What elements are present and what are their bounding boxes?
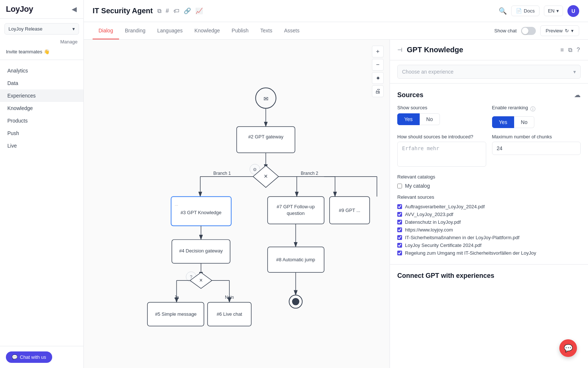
- svg-text:#9 GPT ...: #9 GPT ...: [339, 208, 360, 213]
- source-checkbox-4[interactable]: [397, 235, 402, 240]
- info-icon[interactable]: ⓘ: [530, 106, 535, 113]
- cloud-icon[interactable]: ☁: [574, 91, 581, 99]
- sidebar-item-push[interactable]: Push: [0, 127, 83, 139]
- tab-languages[interactable]: Languages: [151, 22, 189, 39]
- workspace-selector[interactable]: LoyJoy Release ▾: [4, 23, 79, 35]
- user-avatar[interactable]: U: [567, 5, 579, 17]
- chevron-down-icon: ▾: [573, 69, 576, 75]
- sources-section: Sources ☁ Show sources Yes No Enable rer…: [390, 84, 588, 265]
- tabbar-right: Show chat Preview ↻ ▾: [494, 25, 579, 36]
- svg-text:#8 Automatic jump: #8 Automatic jump: [276, 257, 315, 262]
- source-checkbox-3[interactable]: [397, 227, 402, 232]
- panel-filter-button[interactable]: ≡: [560, 46, 564, 54]
- right-panel: ⊣ GPT Knowledge ≡ ⧉ ? Choose an experien…: [390, 40, 588, 368]
- max-chunks-input[interactable]: [492, 142, 581, 155]
- panel-header-left: ⊣ GPT Knowledge: [397, 46, 463, 54]
- link-icon[interactable]: 🔗: [183, 7, 192, 15]
- svg-text:Branch 1: Branch 1: [214, 171, 231, 176]
- intro-textarea[interactable]: [397, 142, 486, 167]
- source-checkbox-0[interactable]: [397, 204, 402, 209]
- svg-text:Nein: Nein: [225, 295, 234, 300]
- my-catalog-item: My catalog: [397, 182, 581, 190]
- enable-reranking-yes-button[interactable]: Yes: [492, 116, 514, 128]
- panel-help-button[interactable]: ?: [576, 46, 581, 54]
- source-checkbox-2[interactable]: [397, 220, 402, 224]
- source-checkbox-5[interactable]: [397, 243, 402, 248]
- sidebar-item-data[interactable]: Data: [0, 77, 83, 89]
- topbar: IT Security Agent ⧉ # 🏷 🔗 📈 🔍 📄 Docs EN …: [84, 0, 588, 22]
- connect-gpt-title: Connect GPT with experiences: [397, 272, 494, 279]
- sidebar-item-experiences[interactable]: Experiences: [0, 89, 83, 102]
- chevron-down-icon: ▾: [556, 8, 559, 14]
- topbar-left: IT Security Agent ⧉ # 🏷 🔗 📈: [93, 7, 204, 15]
- language-selector[interactable]: EN ▾: [544, 6, 563, 16]
- show-sources-yes-button[interactable]: Yes: [397, 113, 420, 125]
- panel-collapse-button[interactable]: ⊣: [397, 46, 402, 53]
- panel-title: GPT Knowledge: [407, 46, 463, 54]
- zoom-in-button[interactable]: +: [372, 46, 384, 57]
- show-sources-no-button[interactable]: No: [420, 113, 440, 125]
- show-chat-toggle[interactable]: [521, 27, 536, 35]
- search-button[interactable]: 🔍: [499, 7, 507, 15]
- relevant-sources-title: Relevant sources: [397, 194, 581, 200]
- enable-reranking-toggle: Yes No: [492, 116, 581, 128]
- tab-dialog[interactable]: Dialog: [93, 22, 119, 39]
- docs-button[interactable]: 📄 Docs: [511, 6, 539, 16]
- chat-fab-button[interactable]: 💬: [559, 339, 577, 357]
- copy-icon[interactable]: ⧉: [157, 7, 162, 15]
- sources-title: Sources: [397, 91, 423, 99]
- sidebar-footer: 💬 Chat with us: [0, 346, 83, 368]
- sidebar-item-knowledge[interactable]: Knowledge: [0, 102, 83, 114]
- sidebar-item-products[interactable]: Products: [0, 114, 83, 127]
- zoom-out-button[interactable]: −: [372, 59, 384, 71]
- preview-button[interactable]: Preview ↻ ▾: [540, 25, 579, 36]
- canvas-controls: + − ✦ 🖨: [372, 46, 384, 97]
- chart-icon[interactable]: 📈: [195, 7, 204, 15]
- source-checkbox-6[interactable]: [397, 251, 402, 255]
- tab-knowledge[interactable]: Knowledge: [189, 22, 226, 39]
- sidebar-header: LoyJoy ◀: [0, 0, 83, 19]
- source-checkbox-1[interactable]: [397, 212, 402, 217]
- chunks-col: Maximum number of chunks: [492, 134, 581, 168]
- panel-header: ⊣ GPT Knowledge ≡ ⧉ ?: [390, 40, 588, 60]
- enable-reranking-col: Enable reranking ⓘ Yes No: [492, 105, 581, 128]
- chevron-down-icon: ▾: [571, 28, 574, 33]
- relevant-catalogs-label: Relevant catalogs: [397, 174, 581, 180]
- tag-icon[interactable]: 🏷: [173, 7, 180, 15]
- manage-link[interactable]: Manage: [4, 38, 79, 45]
- tab-publish[interactable]: Publish: [226, 22, 254, 39]
- connect-gpt-section: Connect GPT with experiences: [390, 265, 588, 287]
- topbar-icons: ⧉ # 🏷 🔗 📈: [157, 7, 204, 15]
- fit-screen-button[interactable]: ✦: [372, 72, 384, 84]
- enable-reranking-no-button[interactable]: No: [514, 116, 534, 128]
- my-catalog-checkbox[interactable]: [397, 184, 402, 188]
- max-chunks-label: Maximum number of chunks: [492, 134, 581, 139]
- sidebar-item-live[interactable]: Live: [0, 139, 83, 152]
- svg-rect-3: [237, 127, 295, 153]
- chat-with-us-button[interactable]: 💬 Chat with us: [6, 351, 52, 363]
- hash-icon[interactable]: #: [165, 7, 170, 15]
- panel-copy-button[interactable]: ⧉: [567, 46, 573, 54]
- sidebar-workspace: LoyJoy Release ▾: [0, 19, 83, 37]
- tab-branding[interactable]: Branding: [119, 22, 151, 39]
- svg-text:×: ×: [199, 277, 202, 283]
- sidebar-collapse-button[interactable]: ◀: [71, 4, 78, 14]
- sidebar-nav: Analytics Data Experiences Knowledge Pro…: [0, 60, 83, 346]
- experience-selector: Choose an experience ▾: [390, 60, 588, 84]
- svg-text:question: question: [287, 210, 305, 216]
- svg-text:✉: ✉: [263, 96, 268, 102]
- svg-text:...: ...: [175, 202, 178, 206]
- source-item-6: Regelung zum Umgang mit IT-Sicherheitsvo…: [397, 249, 581, 257]
- source-item-0: Auftragsverarbeiter_LoyJoy_2024.pdf: [397, 203, 581, 210]
- print-button[interactable]: 🖨: [372, 85, 384, 97]
- invite-teammates-button[interactable]: Invite teammates 👋: [4, 47, 79, 57]
- experience-dropdown[interactable]: Choose an experience ▾: [397, 65, 581, 79]
- source-item-1: AVV_LoyJoy_2023.pdf: [397, 210, 581, 218]
- flow-diagram: ✉ #2 GPT gateway ⚙ ×: [84, 40, 390, 368]
- sidebar-item-analytics[interactable]: Analytics: [0, 64, 83, 77]
- svg-text:⚙: ⚙: [253, 167, 257, 172]
- source-item-4: IT-Sicherheitsmaßnahmen in der LoyJoy-Pl…: [397, 234, 581, 241]
- tab-texts[interactable]: Texts: [254, 22, 278, 39]
- relevant-sources-section: Relevant sources Auftragsverarbeiter_Loy…: [397, 194, 581, 257]
- tab-assets[interactable]: Assets: [278, 22, 305, 39]
